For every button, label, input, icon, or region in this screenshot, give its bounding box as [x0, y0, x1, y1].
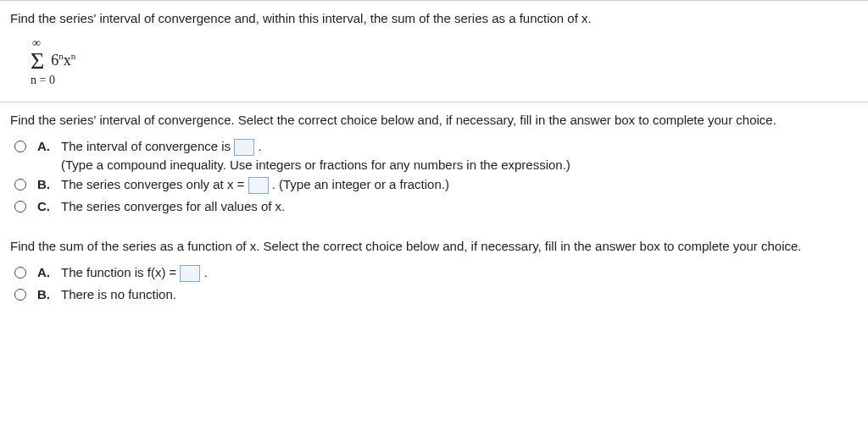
- part2-instruction: Find the sum of the series as a function…: [10, 239, 858, 253]
- series-term: 6nxn: [51, 52, 75, 68]
- part2-choice-a: A. The function is f(x) = .: [10, 265, 858, 282]
- choice-text-post: .: [204, 265, 208, 279]
- choice-text-post: .: [258, 139, 261, 153]
- sigma-upper: ∞: [32, 37, 858, 49]
- choice-text-pre: The interval of convergence is: [61, 139, 234, 153]
- choice-hint: (Type a compound inequality. Use integer…: [61, 157, 858, 172]
- question-stem: Find the series' interval of convergence…: [0, 1, 868, 102]
- question-prompt: Find the series' interval of convergence…: [10, 11, 858, 25]
- choice-label: A.: [37, 139, 53, 153]
- choice-text-pre: The series converges only at x =: [61, 177, 248, 191]
- choice-label: C.: [37, 199, 53, 213]
- part1-choice-c: C. The series converges for all values o…: [10, 199, 858, 213]
- sigma-lower: n = 0: [31, 75, 858, 86]
- part1-choice-a: A. The interval of convergence is . (Typ…: [10, 139, 858, 172]
- part1: Find the series' interval of convergence…: [0, 102, 868, 229]
- part1-radio-b[interactable]: [14, 179, 26, 191]
- choice-text-pre: The function is f(x) =: [61, 265, 180, 279]
- answer-box-p1a[interactable]: [234, 139, 254, 156]
- choice-text-post: . (Type an integer or a fraction.): [272, 177, 449, 191]
- choice-label: B.: [37, 287, 53, 301]
- part1-instruction: Find the series' interval of convergence…: [10, 113, 858, 127]
- part2-choice-b: B. There is no function.: [10, 287, 858, 301]
- part1-radio-a[interactable]: [14, 141, 26, 152]
- answer-box-p1b[interactable]: [248, 177, 269, 194]
- sigma-symbol: Σ: [31, 49, 44, 73]
- choice-label: A.: [37, 265, 53, 279]
- part2-radio-a[interactable]: [14, 267, 26, 279]
- choice-label: B.: [37, 177, 53, 191]
- series-expression: ∞ Σ 6nxn n = 0: [31, 37, 858, 86]
- answer-box-p2a[interactable]: [180, 265, 200, 282]
- part2: Find the sum of the series as a function…: [0, 229, 868, 317]
- part2-radio-b[interactable]: [14, 289, 26, 301]
- part1-radio-c[interactable]: [14, 201, 26, 213]
- part1-choice-b: B. The series converges only at x = . (T…: [10, 177, 858, 194]
- choice-text: There is no function.: [61, 287, 858, 301]
- choice-text: The series converges for all values of x…: [61, 199, 858, 213]
